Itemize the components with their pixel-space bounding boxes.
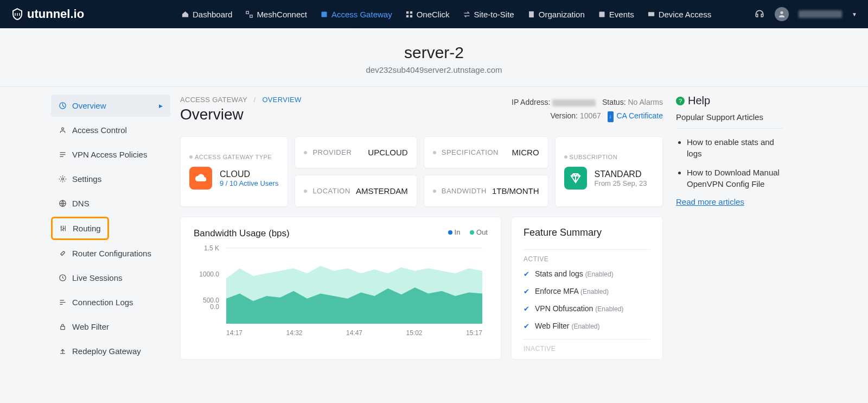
caret-down-icon[interactable]: ▼ [852, 11, 857, 17]
card-spec: SPECIFICATIONMICRO [424, 136, 548, 168]
wrench-icon [59, 249, 67, 257]
feature-summary: Feature Summary ACTIVE ✔Stats and logs (… [511, 217, 663, 360]
cloud-icon [189, 167, 212, 190]
ca-certificate-link[interactable]: CA Certificate [616, 111, 663, 120]
sidebar-item-dns[interactable]: DNS [51, 192, 170, 215]
brand-icon [11, 8, 24, 21]
svg-rect-6 [410, 15, 412, 17]
sidebar-item-vpn-policies[interactable]: VPN Access Policies [51, 143, 170, 166]
swap-icon [463, 10, 471, 18]
nav-org[interactable]: Organization [527, 10, 585, 19]
list-icon [598, 10, 606, 18]
question-icon: ? [676, 97, 685, 105]
monitor-icon [647, 10, 655, 18]
cards: ACCESS GATEWAY TYPE CLOUD 9 / 10 Active … [180, 136, 663, 207]
check-icon: ✔ [524, 322, 529, 330]
clock-icon [59, 274, 67, 282]
sidebar: Overview Access Control VPN Access Polic… [2, 87, 170, 364]
sidebar-item-sessions[interactable]: Live Sessions [51, 267, 170, 289]
nav-dashboard[interactable]: Dashboard [181, 10, 232, 19]
svg-point-13 [62, 178, 64, 180]
nav-gateway[interactable]: Access Gateway [320, 10, 392, 19]
card-gateway-type: ACCESS GATEWAY TYPE CLOUD 9 / 10 Active … [180, 136, 288, 207]
svg-rect-1 [250, 15, 252, 17]
x-axis: 14:17 14:32 14:47 15:02 15:17 [226, 329, 482, 337]
chart-plot [226, 248, 482, 324]
dashboard-icon [59, 102, 67, 110]
download-icon: ↓ [608, 111, 614, 122]
brand[interactable]: utunnel.io [11, 7, 84, 21]
sidebar-item-router-config[interactable]: Router Configurations [51, 242, 170, 265]
main: Overview Access Control VPN Access Polic… [0, 87, 868, 364]
read-more-link[interactable]: Read more articles [676, 197, 783, 206]
check-icon: ✔ [524, 270, 529, 278]
gear-icon [59, 175, 67, 183]
help-title: ?Help [676, 95, 783, 107]
building-icon [527, 10, 535, 18]
check-icon: ✔ [524, 305, 529, 313]
content: ACCESS GATEWAY / OVERVIEW Overview IP Ad… [170, 87, 669, 364]
sidebar-item-redeploy[interactable]: Redeploy Gateway [51, 340, 170, 362]
svg-point-12 [62, 128, 64, 130]
chart-area: 1.5 K 1000.0 500.0 0.0 14:17 14:32 14:47… [194, 244, 488, 337]
bandwidth-chart: In Out Bandwidth Usage (bps) 1.5 K 1000.… [180, 217, 501, 360]
y-axis: 1.5 K 1000.0 500.0 0.0 [194, 244, 224, 324]
sidebar-item-logs[interactable]: Connection Logs [51, 291, 170, 313]
user-name[interactable] [799, 10, 842, 18]
lower-row: In Out Bandwidth Usage (bps) 1.5 K 1000.… [180, 217, 663, 360]
sidebar-item-overview[interactable]: Overview [51, 95, 170, 117]
brand-text: utunnel.io [27, 7, 84, 21]
server-name: server-2 [0, 43, 868, 62]
user-icon [59, 126, 67, 134]
lock-icon [59, 323, 67, 331]
svg-rect-2 [321, 11, 327, 17]
card-location: LOCATIONAMSTERDAM [295, 175, 417, 207]
mesh-icon [245, 10, 253, 18]
card-provider: PROVIDERUPCLOUD [295, 136, 417, 168]
svg-rect-3 [406, 11, 409, 13]
sidebar-item-access[interactable]: Access Control [51, 119, 170, 141]
svg-rect-7 [529, 11, 534, 17]
svg-rect-4 [410, 11, 412, 13]
diamond-icon [564, 167, 587, 190]
grid-icon [405, 10, 413, 18]
avatar[interactable] [775, 7, 789, 21]
sidebar-item-settings[interactable]: Settings [51, 168, 170, 190]
sidebar-item-routing[interactable]: Routing [51, 217, 109, 240]
home-icon [181, 10, 189, 18]
card-bandwidth: BANDWIDTH1TB/MONTH [424, 175, 548, 207]
gateway-icon [320, 10, 328, 18]
help-panel: ?Help Popular Support Articles How to en… [669, 87, 794, 364]
crumb-row: ACCESS GATEWAY / OVERVIEW Overview IP Ad… [180, 96, 663, 123]
nav-events[interactable]: Events [598, 10, 634, 19]
breadcrumb: ACCESS GATEWAY / OVERVIEW [180, 96, 302, 104]
page-title: Overview [180, 106, 302, 123]
headset-icon[interactable] [754, 9, 765, 20]
policies-icon [59, 150, 67, 159]
nav-mesh[interactable]: MeshConnect [245, 10, 307, 19]
title-area: server-2 dev232sub4049server2.utnstage.c… [0, 28, 868, 87]
nav-right: ▼ [754, 7, 857, 21]
ip-address [552, 99, 596, 106]
globe-icon [59, 199, 67, 207]
check-icon: ✔ [524, 287, 529, 295]
help-article[interactable]: How to enable stats and logs [687, 136, 783, 159]
svg-rect-5 [406, 15, 409, 17]
nav-site[interactable]: Site-to-Site [463, 10, 514, 19]
routing-icon [59, 224, 67, 232]
upload-icon [59, 347, 67, 355]
top-nav: utunnel.io Dashboard MeshConnect Access … [0, 0, 868, 28]
help-article[interactable]: How to Download Manual OpenVPN Config Fi… [687, 167, 783, 190]
svg-rect-16 [61, 326, 65, 330]
card-subscription: SUBSCRIPTION STANDARD From 25 Sep, 23 [555, 136, 663, 207]
svg-rect-8 [599, 11, 604, 17]
feature-item: ✔VPN Obfuscation (Enabled) [524, 304, 650, 313]
svg-point-10 [780, 11, 783, 14]
feature-item: ✔Web Filter (Enabled) [524, 322, 650, 330]
nav-device[interactable]: Device Access [647, 10, 712, 19]
server-host: dev232sub4049server2.utnstage.com [0, 65, 868, 74]
sidebar-item-filter[interactable]: Web Filter [51, 316, 170, 338]
nav-links: Dashboard MeshConnect Access Gateway One… [181, 10, 711, 19]
nav-oneclick[interactable]: OneClick [405, 10, 450, 19]
chart-legend: In Out [441, 228, 488, 236]
